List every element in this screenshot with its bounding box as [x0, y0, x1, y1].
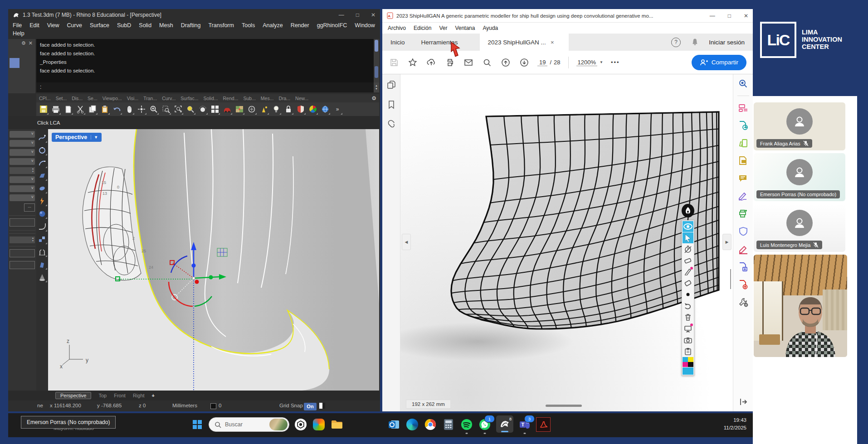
layer-color-swatch[interactable] [10, 58, 20, 68]
property-dropdown[interactable] [10, 176, 35, 183]
spotify-icon[interactable] [460, 418, 473, 431]
menu-ver[interactable]: Ver [439, 25, 447, 31]
menu-tools[interactable]: Tools [242, 22, 255, 29]
map-icon[interactable] [234, 103, 245, 115]
screenshot-tool-icon[interactable] [683, 334, 693, 345]
property-input[interactable] [10, 249, 35, 257]
create-pdf-comment-icon[interactable] [737, 155, 749, 167]
panel-gear-icon[interactable]: ⚙ [21, 40, 26, 46]
tab-curve[interactable]: Curv... [162, 96, 176, 101]
collapse-rail-icon[interactable] [738, 397, 748, 407]
tab-inicio[interactable]: Inicio [382, 34, 413, 51]
more-tools-button[interactable]: ••• [611, 59, 620, 66]
cone-tool-icon[interactable] [37, 272, 47, 282]
dot-size-icon[interactable] [683, 289, 693, 300]
rhino-viewport[interactable]: 15013 22524 [48, 129, 379, 391]
create-pdf-icon[interactable] [737, 279, 749, 290]
trash-icon[interactable] [683, 312, 693, 323]
tab-drafting[interactable]: Dra... [278, 96, 290, 101]
acrobat-close-button[interactable]: ✕ [744, 13, 748, 19]
menu-transform[interactable]: Transform [208, 22, 234, 29]
rhino-close-button[interactable]: ✕ [371, 12, 375, 18]
acrobat-maximize-button[interactable]: □ [728, 13, 731, 19]
next-page-icon[interactable] [519, 57, 530, 68]
previous-page-icon[interactable] [500, 57, 511, 68]
tab-subd[interactable]: Sub... [243, 96, 255, 101]
extrude-tool-icon[interactable] [37, 247, 47, 257]
tab-set[interactable]: Set... [56, 96, 67, 101]
spotlight-icon[interactable] [258, 103, 269, 115]
tab-select[interactable]: Se... [88, 96, 98, 101]
rotate-view-icon[interactable] [136, 103, 147, 115]
rhino-minimize-button[interactable]: — [339, 12, 344, 18]
color-wheel-icon[interactable] [307, 103, 318, 115]
copilot-icon[interactable] [312, 418, 326, 431]
eraser-tool-icon[interactable] [683, 255, 693, 266]
search-tool-icon[interactable] [737, 78, 749, 90]
outlook-icon[interactable] [387, 418, 401, 431]
pen-nib-icon[interactable] [682, 204, 694, 217]
property-dropdown[interactable] [10, 140, 35, 147]
fill-sign-icon[interactable] [737, 190, 749, 202]
status-units[interactable]: Millimeters [172, 403, 197, 408]
toolbar-overflow-chevron[interactable]: » [332, 103, 343, 115]
menu-subd[interactable]: SubD [117, 22, 131, 29]
viewport-layout-icon[interactable] [210, 103, 220, 115]
paste-icon[interactable] [99, 103, 110, 115]
acrobat-minimize-button[interactable]: — [710, 13, 715, 19]
protect-icon[interactable] [737, 226, 749, 237]
undo-icon[interactable] [683, 300, 693, 311]
comment-tool-icon[interactable] [737, 173, 749, 184]
viewtab-perspective[interactable]: Perspective [55, 392, 91, 399]
snap-on-toggle[interactable]: On [304, 403, 317, 410]
previous-page-chevron[interactable]: ◄ [402, 234, 411, 250]
cut-icon[interactable] [75, 103, 86, 115]
edit-pdf-icon[interactable] [737, 137, 749, 149]
whiteboard-tool-icon[interactable] [683, 323, 693, 334]
property-dropdown[interactable] [10, 185, 35, 192]
print-icon[interactable] [50, 103, 61, 115]
menu-ayuda[interactable]: Ayuda [483, 25, 498, 31]
cloud-upload-icon[interactable] [426, 57, 437, 68]
property-stepper[interactable] [10, 236, 35, 243]
menu-render[interactable]: Render [291, 22, 309, 29]
help-icon[interactable]: ? [671, 38, 681, 47]
page-indicator[interactable]: 19 / 28 [537, 59, 561, 66]
command-history[interactable]: face added to selection. face added to s… [36, 39, 374, 82]
zoom-in-icon[interactable] [148, 103, 159, 115]
pan-hand-icon[interactable] [124, 103, 135, 115]
undo-icon[interactable] [112, 103, 122, 115]
signin-button[interactable]: Iniciar sesión [709, 39, 745, 46]
zoom-extents-icon[interactable] [161, 103, 171, 115]
menu-mesh[interactable]: Mesh [159, 22, 173, 29]
edge-icon[interactable] [405, 418, 419, 431]
visibility-tool-icon[interactable] [683, 221, 693, 232]
property-dropdown[interactable] [10, 149, 35, 156]
tab-close-icon[interactable]: × [551, 39, 554, 46]
tab-visibility[interactable]: Visi... [127, 96, 138, 101]
menu-ggrhinoifc[interactable]: ggRhinoIFC [317, 22, 347, 29]
bell-icon[interactable] [691, 38, 699, 46]
next-page-chevron[interactable]: ► [722, 234, 731, 250]
status-layer[interactable]: 0 [219, 403, 221, 408]
timer-off-icon[interactable] [683, 244, 693, 255]
zoom-selected-icon[interactable] [185, 103, 196, 115]
viewport-title-badge[interactable]: Perspective▼ [52, 133, 102, 142]
shield-icon[interactable] [295, 103, 306, 115]
orbit-icon[interactable] [197, 103, 208, 115]
circle-center-icon[interactable] [246, 103, 257, 115]
marker-tool-icon[interactable] [683, 278, 693, 289]
color-palette-swatches[interactable] [683, 357, 693, 367]
chevron-down-icon[interactable]: ▼ [600, 60, 603, 64]
horizontal-scrollbar[interactable] [546, 405, 582, 407]
property-dropdown[interactable] [10, 131, 35, 138]
menu-file[interactable]: File [13, 22, 22, 29]
viewtab-front[interactable]: Front [114, 393, 126, 398]
menu-edit[interactable]: Edit [29, 22, 39, 29]
tab-new[interactable]: New... [295, 96, 308, 101]
lock-icon[interactable] [283, 103, 294, 115]
save-icon[interactable] [389, 57, 400, 68]
copy-icon[interactable] [87, 103, 98, 115]
tab-cplanes[interactable]: CPl... [39, 96, 51, 101]
fillet-tool-icon[interactable] [37, 222, 47, 232]
